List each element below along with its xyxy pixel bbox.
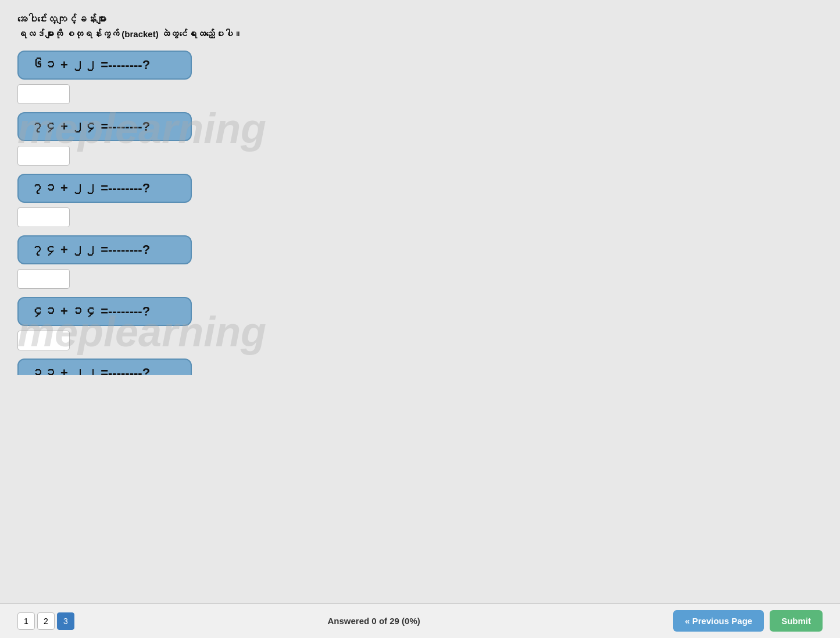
prev-page-button[interactable]: « Previous Page	[673, 610, 764, 632]
question-block-3: ၇၁ + ၂၂ =--------?	[17, 174, 506, 227]
question-block-1: ၆၁ + ၂၂ =--------?	[17, 51, 506, 104]
question-block-4: ၇၄ + ၂၂ =--------?	[17, 235, 506, 289]
answer-input-4[interactable]	[17, 269, 70, 289]
answer-input-5[interactable]	[17, 331, 70, 350]
answer-input-1[interactable]	[17, 84, 70, 104]
footer-status: Answered 0 of 29 (0%)	[328, 616, 420, 626]
question-block-6: ၃၁ + ၂၂ =--------?	[17, 359, 506, 384]
instructions-title: အပေါင်းလေ့ကျင့်ခန်းများ	[17, 14, 506, 26]
instructions-subtitle: ရလဒ်များကို စတုရန်းကွက် (bracket) ထဲတွင်…	[17, 29, 506, 39]
question-box-3: ၇၁ + ၂၂ =--------?	[17, 174, 192, 203]
question-block-5: ၄၁ + ၁၄ =--------?	[17, 297, 506, 350]
question-box-4: ၇၄ + ၂၂ =--------?	[17, 235, 192, 264]
question-box-1: ၆၁ + ၂၂ =--------?	[17, 51, 192, 80]
footer-actions: « Previous Page Submit	[673, 610, 823, 632]
page-btn-1[interactable]: 1	[17, 612, 35, 630]
page-numbers: 1 2 3	[17, 612, 74, 630]
question-box-2: ၇၄ + ၂၄ =--------?	[17, 112, 192, 141]
answer-input-3[interactable]	[17, 207, 70, 227]
page-btn-3[interactable]: 3	[57, 612, 74, 630]
page-btn-2[interactable]: 2	[37, 612, 55, 630]
question-box-5: ၄၁ + ၁၄ =--------?	[17, 297, 192, 326]
question-box-6: ၃၁ + ၂၂ =--------?	[17, 359, 192, 382]
submit-button[interactable]: Submit	[770, 610, 823, 632]
answer-input-2[interactable]	[17, 146, 70, 166]
footer-bar: 1 2 3 Answered 0 of 29 (0%) « Previous P…	[0, 603, 840, 638]
question-block-2: ၇၄ + ၂၄ =--------?	[17, 112, 506, 166]
